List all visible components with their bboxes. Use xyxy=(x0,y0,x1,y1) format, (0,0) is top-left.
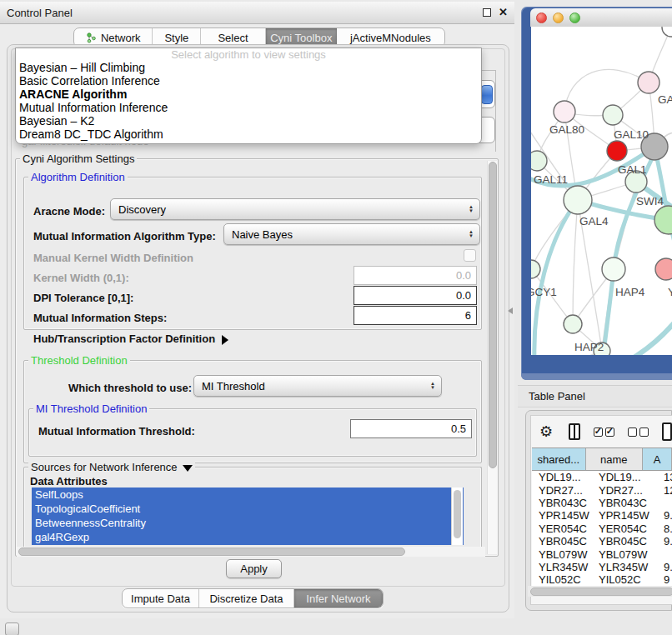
dropdown-item[interactable]: Bayesian – K2 xyxy=(16,114,481,128)
table-row[interactable]: YER054C YER054C 8. xyxy=(532,522,672,535)
float-window-icon[interactable] xyxy=(483,8,491,17)
network-node[interactable] xyxy=(531,151,547,171)
node-table: shared... name A YDL19... YDL19... 13 YD… xyxy=(532,448,672,586)
data-attributes-label: Data Attributes xyxy=(30,475,108,488)
data-attributes-list[interactable]: SelfLoops TopologicalCoefficient Between… xyxy=(32,488,464,545)
table-row[interactable]: YBR043C YBR043C xyxy=(532,497,672,509)
cell-name: YDR27... xyxy=(594,484,659,497)
network-node[interactable] xyxy=(654,206,672,234)
scrollbar-thumb[interactable] xyxy=(489,162,497,468)
network-node[interactable] xyxy=(602,258,625,281)
close-traffic-light[interactable] xyxy=(536,12,547,23)
cell-value: 9 xyxy=(659,573,672,586)
table-row[interactable]: YDR27... YDR27... 12 xyxy=(532,483,672,496)
panel-splitter-handle[interactable] xyxy=(508,308,513,314)
dropdown-item[interactable]: Mutual Information Inference xyxy=(16,101,481,114)
dropdown-item-selected[interactable]: ARACNE Algorithm xyxy=(16,88,481,101)
network-node-labels: GAL GAL80 GAL10 GAL1 GAL11 SWI4 GAL4 GCY… xyxy=(531,93,672,353)
manual-kernel-checkbox[interactable] xyxy=(464,249,476,262)
tab-impute-data[interactable]: Impute Data xyxy=(123,589,199,608)
checked-checkbox-icon xyxy=(594,428,603,437)
settings-horizontal-scrollbar[interactable] xyxy=(17,547,485,557)
select-all-icon[interactable] xyxy=(594,428,614,437)
aracne-mode-combobox[interactable]: Discovery ▲▼ xyxy=(110,198,480,220)
unchecked-checkbox-icon xyxy=(628,428,637,437)
table-row[interactable]: YBL079W YBL079W xyxy=(532,548,672,560)
network-graph: GAL GAL80 GAL10 GAL1 GAL11 SWI4 GAL4 GCY… xyxy=(531,27,672,355)
mi-type-label: Mutual Information Algorithm Type: xyxy=(33,230,216,242)
network-node[interactable] xyxy=(554,101,575,122)
mi-type-combobox[interactable]: Naive Bayes ▲▼ xyxy=(223,223,480,245)
zoom-traffic-light[interactable] xyxy=(569,12,580,23)
minimize-traffic-light[interactable] xyxy=(553,12,564,23)
table-row[interactable]: YDL19... YDL19... 13 xyxy=(532,471,672,483)
dropdown-item[interactable]: Dream8 DC_TDC Algorithm xyxy=(16,128,481,141)
network-node[interactable] xyxy=(662,27,672,37)
attribute-item-selected[interactable]: SelfLoops xyxy=(32,488,464,502)
attribute-item-selected[interactable]: gal4RGexp xyxy=(32,530,464,544)
cell-shared-name: YBR045C xyxy=(532,535,594,548)
minimized-window-icon[interactable] xyxy=(5,622,19,635)
column-header-partial[interactable]: A xyxy=(643,448,672,470)
split-columns-icon[interactable] xyxy=(569,423,580,440)
cell-shared-name: YDL19... xyxy=(532,471,594,483)
network-node[interactable] xyxy=(531,260,540,278)
gear-icon[interactable]: ⚙ xyxy=(539,422,553,441)
network-node[interactable] xyxy=(564,186,592,214)
aracne-mode-value: Discovery xyxy=(118,203,166,216)
bottom-tabbar: Impute Data Discretize Data Infer Networ… xyxy=(122,588,384,608)
attribute-item-selected[interactable]: TopologicalCoefficient xyxy=(32,502,464,516)
sources-legend[interactable]: Sources for Network Inference xyxy=(28,461,195,473)
which-threshold-combobox[interactable]: MI Threshold ▲▼ xyxy=(193,375,442,397)
column-header-shared-name[interactable]: shared... xyxy=(532,448,586,470)
mi-steps-field[interactable]: 6 xyxy=(354,306,477,325)
cyni-settings-legend: Cyni Algorithm Settings xyxy=(20,152,137,165)
table-row[interactable]: YLR345W YLR345W 9. xyxy=(532,561,672,573)
table-horizontal-scrollbar[interactable] xyxy=(528,586,672,597)
dropdown-item[interactable]: Basic Correlation Inference xyxy=(16,74,481,88)
hub-definition-label: Hub/Transcription Factor Definition xyxy=(33,332,215,345)
cell-name: YBR045C xyxy=(594,535,659,548)
dpi-tolerance-field[interactable]: 0.0 xyxy=(354,286,477,305)
settings-vertical-scrollbar[interactable] xyxy=(487,161,498,554)
cell-shared-name: YDR27... xyxy=(532,484,594,497)
node-label: GAL4 xyxy=(579,215,609,228)
table-header-row: shared... name A xyxy=(532,448,672,471)
kernel-width-field[interactable]: 0.0 xyxy=(354,266,477,285)
deselect-all-icon[interactable] xyxy=(628,428,649,437)
network-window-titlebar[interactable] xyxy=(530,8,672,27)
attribute-item-selected[interactable]: BetweennessCentrality xyxy=(32,516,464,530)
scrollbar-thumb[interactable] xyxy=(454,490,461,538)
table-row[interactable]: YIL052C YIL052C 9 xyxy=(532,573,672,586)
tab-infer-network[interactable]: Infer Network xyxy=(294,589,383,608)
network-canvas[interactable]: GAL GAL80 GAL10 GAL1 GAL11 SWI4 GAL4 GCY… xyxy=(531,27,672,355)
network-node-selected[interactable] xyxy=(607,141,627,161)
network-node[interactable] xyxy=(603,105,623,125)
apply-button[interactable]: Apply xyxy=(226,559,282,578)
cell-shared-name: YER054C xyxy=(532,522,594,535)
combobox-arrow-button[interactable] xyxy=(481,85,493,104)
dropdown-item[interactable]: Bayesian – Hill Climbing xyxy=(16,61,481,74)
network-node[interactable] xyxy=(655,258,672,280)
mi-threshold-field[interactable]: 0.5 xyxy=(350,419,472,438)
column-header-name[interactable]: name xyxy=(586,448,643,470)
hub-definition-toggle[interactable]: Hub/Transcription Factor Definition xyxy=(33,332,228,345)
cell-value: 9. xyxy=(659,535,672,548)
scrollbar-thumb[interactable] xyxy=(18,548,405,556)
tab-label: Cyni Toolbox xyxy=(270,32,332,44)
network-node[interactable] xyxy=(638,72,659,93)
table-row[interactable]: YPR145W YPR145W 9. xyxy=(532,509,672,522)
new-table-icon[interactable] xyxy=(662,422,672,441)
cell-shared-name: YIL052C xyxy=(532,573,594,586)
tab-label: Network xyxy=(101,32,141,44)
network-node[interactable] xyxy=(564,315,582,333)
cell-name: YLR345W xyxy=(594,561,659,573)
attributes-list-scrollbar[interactable] xyxy=(451,488,463,545)
mi-threshold-legend: MI Threshold Definition xyxy=(33,402,149,415)
table-row[interactable]: YBR045C YBR045C 9. xyxy=(532,535,672,548)
tab-label: Style xyxy=(164,32,188,44)
threshold-definition-legend: Threshold Definition xyxy=(28,354,130,367)
scrollbar-thumb[interactable] xyxy=(530,588,672,596)
close-icon[interactable]: ✕ xyxy=(499,8,508,17)
tab-discretize-data[interactable]: Discretize Data xyxy=(199,589,294,608)
